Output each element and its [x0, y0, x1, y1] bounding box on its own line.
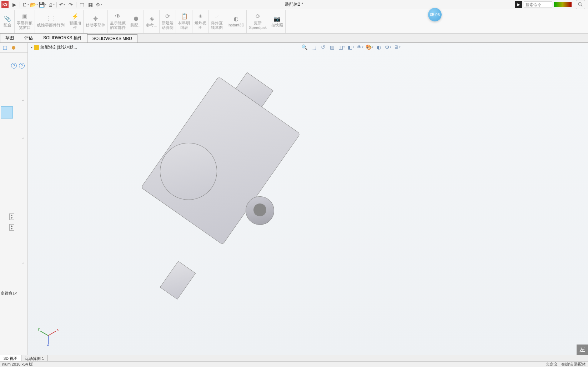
- corner-watermark: 左: [577, 345, 588, 355]
- previous-view-icon[interactable]: ↺: [320, 44, 327, 51]
- command-manager-tabs: 草图 评估 SOLIDWORKS 插件 SOLIDWORKS MBD: [0, 34, 588, 43]
- search-input[interactable]: [524, 1, 552, 8]
- ribbon-preview[interactable]: ▣零部件预 览窗口: [15, 10, 35, 33]
- performance-indicator: [554, 2, 572, 7]
- svg-point-0: [578, 2, 581, 5]
- new-file-icon[interactable]: 🗋: [21, 1, 29, 9]
- ribbon-instant3d[interactable]: ◐Instant3D: [225, 10, 247, 33]
- section-view-icon[interactable]: ▨: [329, 44, 336, 51]
- camera-icon: 📷: [272, 15, 282, 22]
- feature-tree-tab-icon[interactable]: [1, 44, 9, 51]
- 3d-viewport[interactable]: ▸ 装配体2 (默认<默... 🔍 ⬚ ↺ ▨ ◫ ◧ 👁 🎨 ◐ ⚙ 🖥: [28, 43, 588, 355]
- help-tip-icon[interactable]: ?: [11, 63, 17, 69]
- feature-manager-panel: ? ? ⌃ ⌃ ▲▼ ▲▼ ⌃ 定钳身1<: [0, 43, 28, 355]
- search-button[interactable]: [576, 0, 585, 9]
- app-logo: KS: [1, 1, 9, 8]
- tab-3d-view[interactable]: 3D 视图: [0, 355, 21, 361]
- assembly-icon: ⬢: [131, 15, 141, 22]
- exploded-icon: ✴: [196, 13, 205, 20]
- tab-motion-study-1[interactable]: 运动算例 1: [21, 355, 48, 361]
- tutorial-icon[interactable]: ▶: [515, 1, 522, 8]
- ribbon-motion-study[interactable]: ⟳新建运 动算例: [160, 10, 176, 33]
- collapse-section-3[interactable]: ⌃: [22, 262, 26, 266]
- ribbon-speedpak[interactable]: ⟳更新 Speedpak: [247, 10, 269, 33]
- ribbon-show-hide[interactable]: 👁显示隐藏 的零部件: [108, 10, 128, 33]
- ribbon-bom[interactable]: 📋材料明 细表: [176, 10, 192, 33]
- tree-root-label: 装配体2 (默认<默...: [40, 44, 77, 50]
- select-icon[interactable]: ⬚: [78, 1, 86, 9]
- ribbon-linear-pattern[interactable]: ⋮⋮线性零部件阵列: [35, 10, 67, 33]
- floating-tree-root[interactable]: ▸ 装配体2 (默认<默...: [31, 44, 77, 50]
- undo-icon[interactable]: ↶: [58, 1, 66, 9]
- assembly-tree-icon: [34, 45, 39, 50]
- panel-tabs: [0, 43, 27, 53]
- render-icon[interactable]: 🖥: [394, 44, 401, 51]
- view-orientation-icon[interactable]: ◫: [338, 44, 345, 51]
- view-settings-icon[interactable]: ⚙: [385, 44, 392, 51]
- settings-icon[interactable]: ⚙: [95, 1, 103, 9]
- zoom-fit-icon[interactable]: 🔍: [301, 44, 308, 51]
- open-file-icon[interactable]: 📂: [30, 1, 38, 9]
- help-icon[interactable]: ?: [19, 63, 25, 69]
- coordinate-triad[interactable]: x y z: [39, 326, 57, 344]
- print-icon[interactable]: 🖨: [47, 1, 55, 9]
- appearance-tab-icon[interactable]: [10, 44, 17, 51]
- instant3d-icon: ◐: [231, 15, 241, 22]
- zoom-area-icon[interactable]: ⬚: [310, 44, 317, 51]
- tab-solidworks-addins[interactable]: SOLIDWORKS 插件: [38, 33, 87, 42]
- ribbon-move-component[interactable]: ✥移动零部件: [84, 10, 108, 33]
- spinner-2[interactable]: ▲▼: [9, 224, 14, 231]
- speedpak-icon: ⟳: [253, 13, 262, 20]
- mate-icon: 📎: [3, 15, 12, 22]
- pattern-icon: ⋮⋮: [46, 15, 56, 22]
- move-icon: ✥: [91, 15, 100, 22]
- collapse-section-1[interactable]: ⌃: [22, 99, 26, 104]
- bom-icon: 📋: [180, 13, 189, 20]
- preview-icon: ▣: [20, 13, 29, 20]
- main-workspace: ? ? ⌃ ⌃ ▲▼ ▲▼ ⌃ 定钳身1< ▸ 装配体2 (默认<默... 🔍 …: [0, 43, 588, 355]
- tab-evaluate[interactable]: 评估: [19, 33, 38, 42]
- grid-icon[interactable]: ▦: [86, 1, 94, 9]
- bottom-tabs: 3D 视图 运动算例 1: [0, 355, 588, 361]
- visibility-icon: 👁: [113, 13, 122, 20]
- heads-up-view-toolbar: 🔍 ⬚ ↺ ▨ ◫ ◧ 👁 🎨 ◐ ⚙ 🖥: [301, 44, 401, 51]
- hide-show-icon[interactable]: 👁: [357, 44, 364, 51]
- save-icon[interactable]: 💾: [39, 1, 46, 9]
- ribbon-assembly[interactable]: ⬢装配...: [128, 10, 144, 33]
- ribbon-smart-fastener[interactable]: ⚡智能扣 件: [67, 10, 84, 33]
- motion-icon: ⟳: [163, 13, 172, 20]
- ribbon-snapshot[interactable]: 📷拍快照: [269, 10, 286, 33]
- tree-item-label[interactable]: 定钳身1<: [1, 291, 17, 296]
- svg-rect-2: [3, 46, 7, 50]
- edit-appearance-icon[interactable]: 🎨: [366, 44, 373, 51]
- ribbon-explode-line[interactable]: ⟋爆炸直 线草图: [209, 10, 225, 33]
- tab-sketch[interactable]: 草图: [0, 33, 19, 42]
- collapse-section-2[interactable]: ⌃: [22, 137, 26, 141]
- apply-scene-icon[interactable]: ◐: [375, 44, 382, 51]
- status-bar: nium 2016 x64 版 欠定义 在编辑 装配体: [0, 361, 588, 367]
- status-editing: 在编辑 装配体: [561, 362, 586, 367]
- ribbon-mate[interactable]: 📎配合: [1, 10, 15, 33]
- spinner-1[interactable]: ▲▼: [9, 213, 14, 220]
- redo-icon[interactable]: ↷: [67, 1, 75, 9]
- play-icon[interactable]: ▶: [10, 1, 18, 9]
- display-style-icon[interactable]: ◧: [347, 44, 355, 51]
- ribbon-exploded-view[interactable]: ✴爆炸视 图: [192, 10, 209, 33]
- top-toolbar: KS ▶ 🗋 📂 💾 🖨 ↶ ↷ ⬚ ▦ ⚙ 装配体2 * ▶: [0, 0, 588, 9]
- status-version: nium 2016 x64 版: [2, 362, 33, 367]
- svg-point-3: [12, 46, 15, 50]
- fastener-icon: ⚡: [71, 13, 80, 20]
- 3d-model[interactable]: [153, 79, 353, 307]
- tab-solidworks-mbd[interactable]: SOLIDWORKS MBD: [87, 34, 137, 42]
- svg-line-1: [581, 5, 582, 6]
- ribbon: 📎配合 ▣零部件预 览窗口 ⋮⋮线性零部件阵列 ⚡智能扣 件 ✥移动零部件 👁显…: [0, 9, 588, 34]
- tree-expand-icon[interactable]: ▸: [31, 45, 32, 49]
- reference-icon: ◈: [147, 15, 156, 22]
- timer-badge: 05:06: [428, 8, 442, 21]
- selected-filter[interactable]: [1, 106, 13, 119]
- status-defined: 欠定义: [546, 362, 558, 367]
- explode-line-icon: ⟋: [212, 13, 222, 20]
- document-title: 装配体2 *: [285, 1, 303, 7]
- ribbon-reference[interactable]: ◈参考...: [144, 10, 160, 33]
